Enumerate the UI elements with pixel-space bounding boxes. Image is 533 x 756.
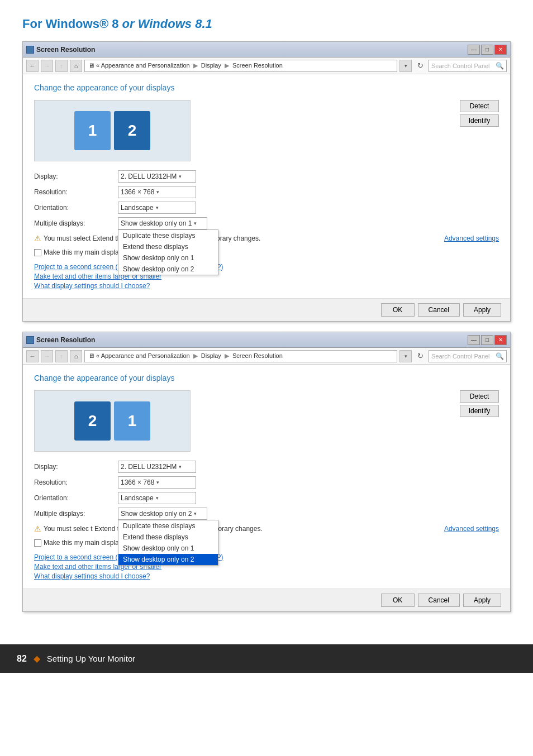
monitor-icon-1b[interactable]: 2 [114, 111, 150, 150]
orientation-dropdown-1[interactable]: Landscape ▾ [118, 202, 196, 214]
warning-row-1: ⚠ You must select Extend these displays … [34, 234, 499, 243]
multiple-value-1: Show desktop only on 1 ▾ Duplicate these… [118, 217, 499, 229]
search-box-1[interactable]: Search Control Panel 🔍 [429, 60, 507, 72]
multiple-dropdown-container-1: Show desktop only on 1 ▾ Duplicate these… [118, 217, 207, 229]
make-this-checkbox-1[interactable] [34, 249, 41, 256]
display-area-2: 2 1 Detect Identify [34, 390, 499, 452]
restore-btn-1[interactable]: □ [481, 45, 493, 55]
display-dropdown-1[interactable]: 2. DELL U2312HM ▾ [118, 170, 196, 183]
monitor-icon-1a[interactable]: 1 [74, 111, 111, 150]
link-display-settings-2[interactable]: What display settings should I choose? [34, 572, 499, 580]
dropdown-addr-btn-2[interactable]: ▾ [399, 350, 412, 362]
display-area-1: 1 2 Detect Identify [34, 100, 499, 161]
dropdown-item-show2-2[interactable]: Show desktop only on 2 [118, 554, 218, 565]
window-title-text-1: Screen Resolution [36, 46, 95, 54]
cancel-btn-2[interactable]: Cancel [418, 594, 460, 607]
minimize-btn-1[interactable]: — [468, 45, 480, 55]
resolution-dropdown-2[interactable]: 1366 × 768 ▾ [118, 476, 196, 489]
display-value-2: 2. DELL U2312HM ▾ [118, 461, 499, 473]
titlebar-1: Screen Resolution — □ ✕ [23, 42, 510, 58]
multiple-label-2: Multiple displays: [34, 510, 112, 518]
search-box-2[interactable]: Search Control Panel 🔍 [429, 350, 507, 362]
detect-btn-2[interactable]: Detect [460, 390, 499, 403]
home-btn-2[interactable]: ⌂ [70, 350, 82, 362]
links-section-1: Project to a second screen (or press the… [34, 263, 499, 290]
display-label-1: Display: [34, 173, 112, 180]
advanced-link-2[interactable]: Advanced settings [444, 525, 499, 533]
monitor-preview-1: 1 2 [34, 100, 191, 161]
dropdown-item-show1-1[interactable]: Show desktop only on 1 [118, 252, 218, 264]
dropdown-addr-btn-1[interactable]: ▾ [399, 60, 412, 72]
apply-btn-1[interactable]: Apply [463, 303, 501, 317]
link-project-2[interactable]: Project to a second screen (or press the… [34, 553, 499, 561]
detect-identify-btns-2: Detect Identify [460, 390, 499, 417]
monitor-preview-2: 2 1 [34, 390, 191, 452]
cancel-btn-1[interactable]: Cancel [418, 303, 460, 317]
breadcrumb-1: 🖥 « Appearance and Personalization ▶ Dis… [88, 62, 283, 69]
window-controls-1: — □ ✕ [468, 45, 507, 55]
address-bar-2: ← → ↑ ⌂ 🖥 « Appearance and Personalizati… [23, 348, 510, 365]
link-project-1[interactable]: Project to a second screen (or press the… [34, 263, 499, 271]
link-display-settings-1[interactable]: What display settings should I choose? [34, 282, 499, 290]
dropdown-item-show2-1[interactable]: Show desktop only on 2 [118, 264, 218, 275]
address-bar-1: ← → ↑ ⌂ 🖥 « Appearance and Personalizati… [23, 58, 510, 74]
address-path-1[interactable]: 🖥 « Appearance and Personalization ▶ Dis… [84, 60, 397, 72]
window-footer-2: OK Cancel Apply [23, 588, 510, 611]
orientation-dropdown-2[interactable]: Landscape ▾ [118, 492, 196, 504]
minimize-btn-2[interactable]: — [468, 335, 480, 345]
up-btn-2[interactable]: ↑ [55, 350, 68, 362]
titlebar-left-1: Screen Resolution [26, 46, 95, 54]
dropdown-item-extend-1[interactable]: Extend these displays [118, 241, 218, 252]
restore-btn-2[interactable]: □ [481, 335, 493, 345]
up-btn-1[interactable]: ↑ [55, 60, 68, 72]
forward-btn-2[interactable]: → [41, 350, 53, 362]
dropdown-item-extend-2[interactable]: Extend these displays [118, 532, 218, 543]
monitor-icon-2a[interactable]: 2 [74, 401, 111, 441]
dropdown-item-duplicate-2[interactable]: Duplicate these displays [118, 520, 218, 532]
monitor-icon-2b[interactable]: 1 [114, 401, 150, 441]
link-text-size-1[interactable]: Make text and other items larger or smal… [34, 272, 499, 280]
orientation-value-1: Landscape ▾ [118, 202, 499, 214]
titlebar-left-2: Screen Resolution [26, 336, 95, 344]
ok-btn-2[interactable]: OK [381, 594, 415, 607]
ok-btn-1[interactable]: OK [381, 303, 415, 317]
settings-grid-1: Display: 2. DELL U2312HM ▾ Resolution: 1… [34, 170, 499, 256]
close-btn-1[interactable]: ✕ [494, 45, 507, 55]
dropdown-item-duplicate-1[interactable]: Duplicate these displays [118, 230, 218, 241]
advanced-link-1[interactable]: Advanced settings [444, 235, 499, 242]
resolution-value-1: 1366 × 768 ▾ [118, 186, 499, 198]
section-title-1: Change the appearance of your displays [34, 83, 499, 92]
multiple-dropdown-2[interactable]: Show desktop only on 2 ▾ [118, 508, 207, 520]
close-btn-2[interactable]: ✕ [494, 335, 507, 345]
display-dropdown-2[interactable]: 2. DELL U2312HM ▾ [118, 461, 196, 473]
warning-icon-1: ⚠ [34, 234, 41, 243]
link-text-size-2[interactable]: Make text and other items larger or smal… [34, 563, 499, 571]
refresh-btn-2[interactable]: ↻ [414, 350, 426, 362]
make-this-label-1: Make this my main display [44, 248, 122, 256]
footer-diamond: ◆ [34, 653, 40, 664]
make-this-checkbox-2[interactable] [34, 539, 41, 547]
resolution-dropdown-1[interactable]: 1366 × 768 ▾ [118, 186, 196, 198]
window-controls-2: — □ ✕ [468, 335, 507, 345]
window-1: Screen Resolution — □ ✕ ← → ↑ ⌂ 🖥 « Appe… [22, 41, 511, 322]
detect-btn-1[interactable]: Detect [460, 100, 499, 112]
identify-btn-2[interactable]: Identify [460, 405, 499, 417]
forward-btn-1[interactable]: → [41, 60, 53, 72]
dropdown-item-show1-2[interactable]: Show desktop only on 1 [118, 543, 218, 554]
back-btn-2[interactable]: ← [26, 350, 39, 362]
make-this-row-2: Make this my main display [34, 539, 499, 547]
apply-btn-2[interactable]: Apply [463, 594, 501, 607]
identify-btn-1[interactable]: Identify [460, 114, 499, 127]
settings-grid-2: Display: 2. DELL U2312HM ▾ Resolution: 1… [34, 461, 499, 547]
window-icon-2 [26, 336, 34, 344]
refresh-btn-1[interactable]: ↻ [414, 60, 426, 72]
page-title: For Windows® 8 or Windows 8.1 [22, 17, 511, 31]
address-path-2[interactable]: 🖥 « Appearance and Personalization ▶ Dis… [84, 350, 397, 362]
multiple-dropdown-menu-2: Duplicate these displays Extend these di… [118, 520, 218, 566]
home-btn-1[interactable]: ⌂ [70, 60, 82, 72]
page-footer: 82 ◆ Setting Up Your Monitor [0, 644, 533, 673]
back-btn-1[interactable]: ← [26, 60, 39, 72]
multiple-dropdown-1[interactable]: Show desktop only on 1 ▾ [118, 217, 207, 229]
window-content-1: Change the appearance of your displays 1… [23, 74, 510, 298]
window-2: Screen Resolution — □ ✕ ← → ↑ ⌂ 🖥 « Appe… [22, 332, 511, 612]
